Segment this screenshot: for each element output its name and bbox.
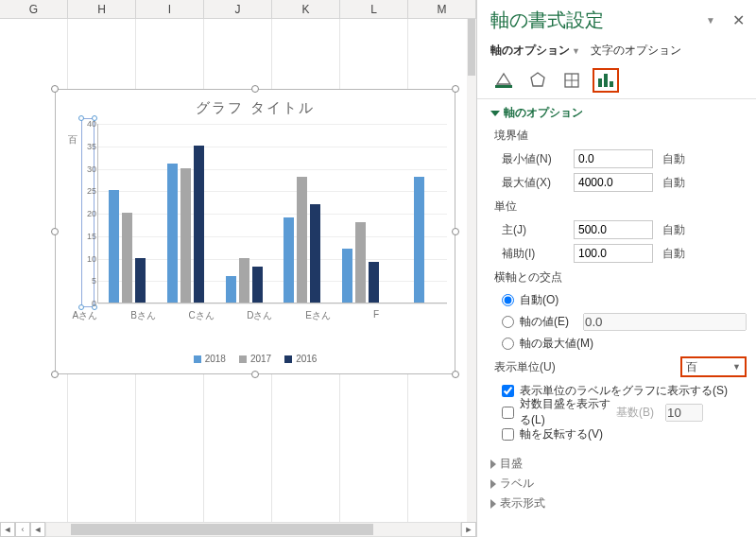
section-ticks[interactable]: 目盛: [490, 456, 747, 472]
size-properties-icon[interactable]: [558, 68, 585, 93]
category-label: F: [353, 309, 399, 320]
show-unit-label-checkbox[interactable]: [502, 385, 514, 397]
legend-item[interactable]: 2016: [284, 354, 317, 364]
col-header[interactable]: J: [204, 0, 272, 18]
cross-max-radio[interactable]: [502, 338, 514, 350]
y-tick: 40: [81, 119, 96, 129]
chart-title[interactable]: グラフ タイトル: [56, 90, 455, 119]
bar[interactable]: [109, 190, 119, 303]
bar-group[interactable]: [396, 177, 441, 303]
resize-handle[interactable]: [51, 85, 59, 93]
bar[interactable]: [342, 249, 352, 303]
effects-icon[interactable]: [524, 68, 551, 93]
col-header[interactable]: G: [0, 0, 68, 18]
minor-unit-input[interactable]: [574, 244, 653, 263]
major-unit-input[interactable]: [574, 220, 653, 239]
resize-handle[interactable]: [452, 371, 459, 378]
plot-area[interactable]: 0510152025303540: [97, 124, 447, 303]
bar[interactable]: [284, 217, 294, 303]
scroll-thumb[interactable]: [71, 524, 373, 535]
bar-group[interactable]: [338, 222, 384, 303]
bar[interactable]: [194, 146, 204, 303]
bar[interactable]: [226, 276, 236, 303]
section-axis-options[interactable]: 軸のオプション: [490, 105, 747, 121]
svg-rect-6: [604, 74, 608, 87]
bar[interactable]: [135, 258, 146, 303]
auto-label: 自動: [662, 222, 685, 238]
svg-rect-0: [495, 85, 512, 88]
reverse-axis-checkbox[interactable]: [502, 428, 514, 441]
cross-auto-radio[interactable]: [502, 294, 514, 306]
major-unit-label: 主(J): [490, 222, 574, 238]
vertical-scrollbar[interactable]: [467, 19, 476, 522]
cross-max-label: 軸の最大値(M): [520, 336, 593, 352]
tab-axis-options[interactable]: 軸のオプション: [490, 43, 570, 57]
bar-group[interactable]: [105, 190, 150, 303]
bar[interactable]: [239, 258, 249, 303]
legend[interactable]: 2018 2017 2016: [56, 354, 455, 364]
resize-handle[interactable]: [251, 85, 259, 93]
bar[interactable]: [252, 267, 263, 303]
resize-handle[interactable]: [51, 228, 59, 235]
col-header[interactable]: H: [68, 0, 136, 18]
col-header[interactable]: I: [136, 0, 204, 18]
bar-group[interactable]: [221, 258, 266, 303]
sheet-nav-prev[interactable]: ‹: [15, 522, 30, 537]
col-header[interactable]: K: [272, 0, 340, 18]
sheet-nav-first[interactable]: ◄: [0, 522, 15, 537]
bar-group[interactable]: [280, 177, 325, 303]
log-scale-checkbox[interactable]: [502, 407, 514, 419]
resize-handle[interactable]: [452, 228, 459, 235]
y-tick: 0: [81, 299, 96, 308]
pane-menu-dropdown[interactable]: ▼: [706, 15, 715, 26]
max-label: 最大値(X): [490, 175, 574, 191]
category-label: Aさん: [62, 309, 108, 322]
bar[interactable]: [310, 204, 320, 303]
min-input[interactable]: [574, 149, 653, 168]
bar[interactable]: [355, 222, 366, 303]
bar[interactable]: [297, 177, 307, 303]
category-label: Dさん: [237, 309, 283, 322]
axis-options-icon[interactable]: [593, 68, 619, 93]
auto-label: 自動: [662, 246, 685, 262]
resize-handle[interactable]: [251, 371, 259, 378]
resize-handle[interactable]: [452, 85, 459, 93]
horizontal-scrollbar[interactable]: ◄ ‹ ◄ ►: [0, 522, 476, 537]
max-input[interactable]: [574, 173, 653, 192]
legend-item[interactable]: 2018: [194, 354, 226, 364]
y-tick: 30: [81, 165, 96, 174]
bar[interactable]: [369, 262, 379, 303]
cross-value-input: [583, 313, 747, 331]
tab-text-options[interactable]: 文字のオプション: [591, 43, 681, 57]
display-units-dropdown[interactable]: 百▼: [680, 356, 747, 377]
cross-label: 横軸との交点: [490, 269, 574, 286]
section-number-format[interactable]: 表示形式: [490, 495, 747, 511]
col-header[interactable]: M: [408, 0, 476, 18]
bar-group[interactable]: [163, 146, 209, 303]
scroll-right[interactable]: ►: [461, 522, 476, 537]
col-header[interactable]: L: [340, 0, 408, 18]
section-labels[interactable]: ラベル: [490, 476, 747, 492]
fill-line-icon[interactable]: [490, 68, 517, 93]
close-icon[interactable]: ✕: [730, 11, 747, 29]
resize-handle[interactable]: [51, 371, 59, 378]
bar[interactable]: [414, 177, 424, 303]
svg-rect-7: [610, 81, 613, 87]
cross-value-radio[interactable]: [502, 316, 514, 328]
spreadsheet-area: G H I J K L M グラフ タイトル 百 051015202530354…: [0, 0, 476, 537]
cross-value-label: 軸の値(E): [520, 314, 577, 330]
svg-marker-1: [531, 73, 544, 86]
scroll-left[interactable]: ◄: [30, 522, 45, 537]
min-label: 最小値(N): [490, 151, 574, 167]
bar[interactable]: [180, 168, 191, 303]
y-tick: 10: [81, 254, 96, 264]
svg-rect-5: [598, 78, 602, 87]
format-axis-pane: 軸の書式設定 ▼ ✕ 軸のオプション▼ 文字のオプション 軸のオプション 境界値…: [476, 0, 756, 537]
bar[interactable]: [167, 164, 178, 303]
cross-auto-label: 自動(O): [520, 292, 558, 308]
category-label: Eさん: [296, 309, 341, 322]
log-base-label: 基数(B): [616, 405, 654, 421]
bar[interactable]: [122, 213, 132, 303]
chart-object[interactable]: グラフ タイトル 百 0510152025303540 2018 2017 20…: [55, 89, 455, 374]
legend-item[interactable]: 2017: [239, 354, 271, 364]
